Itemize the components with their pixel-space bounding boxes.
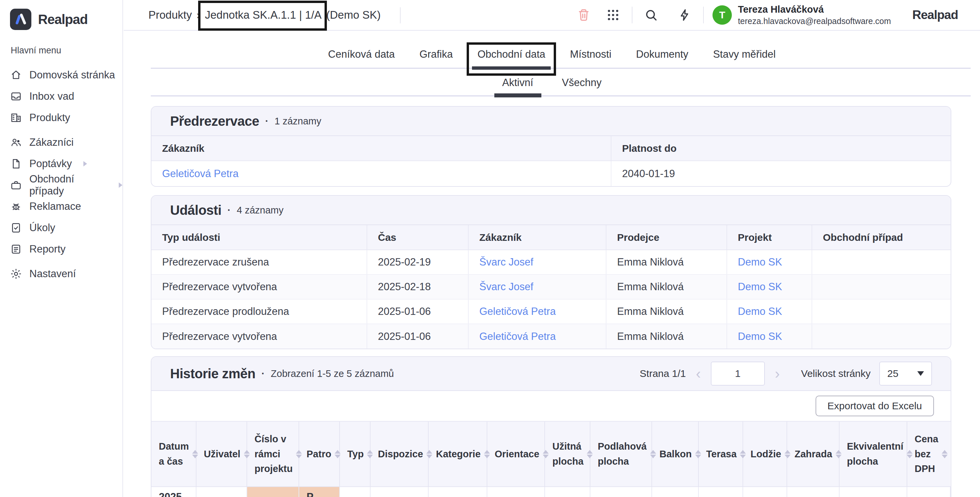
title-separator: ·	[261, 368, 265, 379]
event-type: Předrezervace vytvořena	[151, 324, 367, 349]
event-time: 2025-01-06	[367, 324, 468, 349]
search-button[interactable]	[641, 5, 661, 25]
gear-icon	[10, 268, 22, 280]
col-datum-a-cas[interactable]: Datum a čas	[151, 422, 196, 487]
tab-cenikova-data[interactable]: Ceníková data	[327, 42, 396, 66]
subtab-vsechny[interactable]: Všechny	[560, 72, 604, 93]
col-typ[interactable]: Typ	[340, 422, 370, 487]
breadcrumb-unit: Jednotka SK.A.1.1 | 1/A	[205, 9, 321, 21]
avatar[interactable]: T	[713, 5, 732, 25]
sort-icon[interactable]	[244, 450, 250, 458]
project-link[interactable]: Demo SK	[738, 306, 782, 317]
customer-link[interactable]: Geletičová Petra	[162, 168, 239, 180]
col-cena-bez-dph[interactable]: Cena bez DPH	[907, 422, 950, 487]
col-podlahova-plocha[interactable]: Podlahová plocha	[590, 422, 652, 487]
project-link[interactable]: Demo SK	[738, 256, 782, 268]
sidebar-item-reklamace[interactable]: Reklamace	[0, 196, 123, 217]
sidebar-item-obchodni-pripady[interactable]: Obchodní případy	[0, 174, 123, 196]
sidebar-item-domovska-stranka[interactable]: Domovská stránka	[0, 64, 123, 86]
sidebar-item-zakaznici[interactable]: Zákazníci	[0, 132, 123, 153]
customer-link[interactable]: Geletičová Petra	[479, 306, 556, 317]
sidebar-item-nastaveni[interactable]: Nastavení	[0, 263, 123, 285]
bug-icon	[10, 201, 22, 212]
col-patro[interactable]: Patro	[299, 422, 340, 487]
historie-table: Datum a čas Uživatel Číslo v rámci proje…	[151, 422, 951, 497]
sidebar-menu: Domovská stránka Inbox vad Produkty Záka…	[0, 64, 123, 285]
table-row: Geletičová Petra 2040-01-19	[151, 161, 951, 186]
sidebar-item-label: Obchodní případy	[29, 173, 107, 197]
sort-icon[interactable]	[784, 450, 791, 458]
sort-icon[interactable]	[835, 450, 842, 458]
customer-link[interactable]: Geletičová Petra	[479, 331, 556, 342]
tab-obchodni-data[interactable]: Obchodní data	[476, 42, 546, 66]
quick-actions-button[interactable]	[675, 5, 694, 25]
sort-icon[interactable]	[367, 450, 373, 458]
products-icon	[10, 112, 22, 124]
realpad-app: Realpad Hlavní menu Domovská stránka Inb…	[0, 0, 980, 497]
col-orientace[interactable]: Orientace	[487, 422, 545, 487]
customer-link[interactable]: Švarc Josef	[479, 256, 533, 268]
report-icon	[10, 243, 22, 255]
col-zahrada[interactable]: Zahrada	[787, 422, 839, 487]
col-lodzie[interactable]: Lodžie	[743, 422, 787, 487]
project-link[interactable]: Demo SK	[738, 331, 782, 342]
col-platnost-do: Platnost do	[611, 136, 951, 161]
col-balkon[interactable]: Balkon	[652, 422, 698, 487]
delete-button[interactable]	[574, 5, 594, 25]
sidebar-item-inbox-vad[interactable]: Inbox vad	[0, 86, 123, 107]
subtab-aktivni[interactable]: Aktivní	[500, 72, 535, 93]
prev-page-button[interactable]: ‹	[694, 366, 702, 381]
sidebar-item-produkty[interactable]: Produkty	[0, 107, 123, 128]
breadcrumb: Produkty › Jednotka SK.A.1.1 | 1/A (Demo…	[148, 9, 380, 21]
sort-icon[interactable]	[942, 450, 948, 458]
tab-mistnosti[interactable]: Místnosti	[569, 42, 613, 66]
breadcrumb-unit-label: Jednotka SK.A.1.1 | 1/A	[205, 9, 321, 21]
col-kategorie[interactable]: Kategorie	[428, 422, 487, 487]
tab-dokumenty[interactable]: Dokumenty	[635, 42, 690, 66]
page-size-select[interactable]: 25	[879, 362, 932, 385]
export-excel-button[interactable]: Exportovat do Excelu	[816, 396, 934, 416]
sidebar-item-ukoly[interactable]: Úkoly	[0, 217, 123, 239]
event-time: 2025-02-19	[367, 250, 468, 274]
sidebar-item-reporty[interactable]: Reporty	[0, 239, 123, 260]
sort-icon[interactable]	[426, 450, 432, 458]
sidebar-item-poptavky[interactable]: Poptávky	[0, 153, 123, 174]
apps-grid-button[interactable]	[603, 5, 623, 25]
sort-icon[interactable]	[650, 450, 656, 458]
col-cislo-v-ramci-projektu[interactable]: Číslo v rámci projektu	[247, 422, 299, 487]
breadcrumb-project: (Demo SK)	[326, 9, 380, 21]
table-header-row: Typ události Čas Zákazník Prodejce Proje…	[151, 225, 951, 250]
home-icon	[10, 69, 22, 81]
sort-icon[interactable]	[587, 450, 593, 458]
menu-gap	[0, 260, 123, 263]
tab-stavy-meridel[interactable]: Stavy měřidel	[712, 42, 777, 66]
col-uzivatel[interactable]: Uživatel	[196, 422, 247, 487]
pagination: Strana 1/1 ‹ › Velikost stránky 25	[640, 362, 932, 385]
page-number-input[interactable]	[711, 362, 765, 385]
topbar: Produkty › Jednotka SK.A.1.1 | 1/A (Demo…	[124, 0, 980, 31]
sort-icon[interactable]	[695, 450, 701, 458]
col-terasa[interactable]: Terasa	[698, 422, 743, 487]
table-row: Předrezervace prodloužena 2025-01-06 Gel…	[151, 299, 951, 324]
breadcrumb-root[interactable]: Produkty	[148, 9, 192, 21]
sidebar-item-label: Poptávky	[29, 158, 72, 170]
next-page-button[interactable]: ›	[773, 366, 781, 381]
sort-icon[interactable]	[543, 450, 549, 458]
col-ekvivalentni-plocha[interactable]: Ekvivalentní plocha	[839, 422, 907, 487]
sort-icon[interactable]	[907, 450, 913, 458]
grid-icon	[606, 8, 620, 22]
customer-link[interactable]: Švarc Josef	[479, 281, 533, 293]
app-logo[interactable]: Realpad	[0, 0, 123, 30]
col-uzitna-plocha[interactable]: Užitná plocha	[545, 422, 590, 487]
tab-grafika[interactable]: Grafika	[418, 42, 454, 66]
col-dispozice[interactable]: Dispozice	[370, 422, 428, 487]
project-link[interactable]: Demo SK	[738, 281, 782, 293]
sort-icon[interactable]	[334, 450, 340, 458]
sort-icon[interactable]	[296, 450, 302, 458]
document-icon	[10, 158, 22, 170]
title-separator: ·	[228, 204, 231, 216]
user-info[interactable]: Tereza Hlaváčková tereza.hlavackova@real…	[738, 4, 891, 26]
sort-icon[interactable]	[740, 450, 746, 458]
sort-icon[interactable]	[192, 450, 198, 458]
sort-icon[interactable]	[484, 450, 490, 458]
